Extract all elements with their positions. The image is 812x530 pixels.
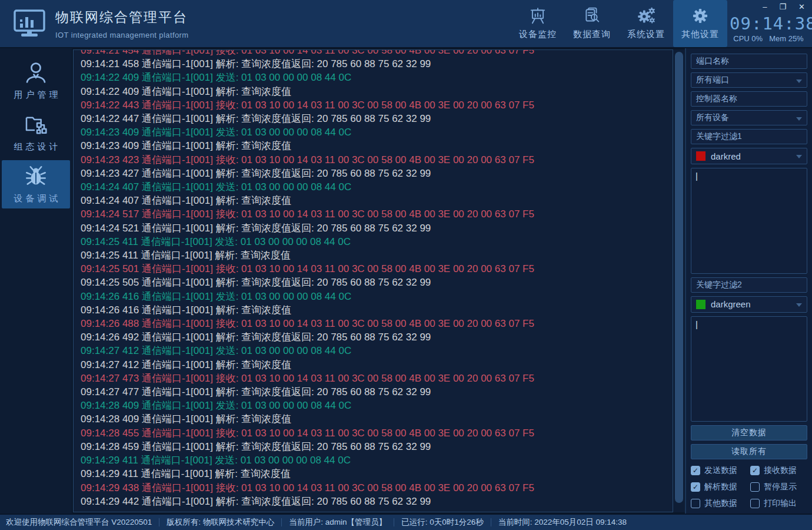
keyword1-textarea[interactable]: | xyxy=(691,168,807,274)
log-entry: 09:14:26 416 通信端口-1[001] 解析: 查询浓度值 xyxy=(81,303,673,317)
log-entry: 09:14:29 442 通信端口-1[001] 解析: 查询浓度值返回: 20… xyxy=(81,495,673,508)
system-stats: CPU 0% Mem 25% xyxy=(730,34,807,43)
checkbox-label: 暂停显示 xyxy=(764,482,797,492)
log-entry: 09:14:22 443 通信端口-1[001] 接收: 01 03 10 00… xyxy=(81,98,673,112)
log-entry: 09:14:23 427 通信端口-1[001] 解析: 查询浓度值返回: 20… xyxy=(81,167,673,180)
log-entry: 09:14:24 521 通信端口-1[001] 解析: 查询浓度值返回: 20… xyxy=(81,221,673,235)
nav-label: 其他设置 xyxy=(681,29,719,40)
keyword2-textarea[interactable]: | xyxy=(691,316,807,422)
chevron-down-icon xyxy=(796,303,802,307)
log-entry: 09:14:26 492 通信端口-1[001] 解析: 查询浓度值返回: 20… xyxy=(81,330,673,344)
bug-icon xyxy=(24,164,48,188)
log-entry: 09:14:25 501 通信端口-1[001] 接收: 01 03 10 00… xyxy=(81,262,673,276)
keyword2-color-select[interactable]: darkgreen xyxy=(691,296,807,313)
log-list: 09:14:21 454 通信端口-1[001] 接收: 01 03 10 00… xyxy=(74,49,673,508)
divider xyxy=(281,518,282,526)
divider xyxy=(159,518,159,526)
checkbox-label: 打印输出 xyxy=(764,498,797,509)
filter-checkbox[interactable]: ✓ 接收数据 xyxy=(750,465,807,476)
keyword1-color-name: darkred xyxy=(711,151,741,161)
checkbox-label: 发送数据 xyxy=(704,465,737,476)
log-entry: 09:14:22 447 通信端口-1[001] 解析: 查询浓度值返回: 20… xyxy=(81,112,673,125)
checkbox-box[interactable]: ✓ xyxy=(691,499,700,508)
log-entry: 09:14:26 488 通信端口-1[001] 接收: 01 03 10 00… xyxy=(81,317,673,330)
log-entry: 09:14:25 505 通信端口-1[001] 解析: 查询浓度值返回: 20… xyxy=(81,276,673,289)
filter-checkbox[interactable]: ✓ 发送数据 xyxy=(691,465,748,476)
keyword1-color-select[interactable]: darkred xyxy=(691,148,807,164)
close-icon[interactable]: ✕ xyxy=(798,3,805,11)
digital-clock: 09:14:38 xyxy=(730,14,807,34)
header: 物联网综合管理平台 IOT integrated management plat… xyxy=(0,0,812,48)
status-bar: 欢迎使用物联网综合管理平台 V20220501 版权所有: 物联网技术研究中心 … xyxy=(0,514,812,530)
status-copyright: 版权所有: 物联网技术研究中心 xyxy=(167,517,274,528)
check-icon: ✓ xyxy=(693,483,698,491)
gears-icon xyxy=(637,7,655,25)
monitor-board-icon xyxy=(529,7,547,25)
sidebar-item-label: 组态设计 xyxy=(11,141,61,153)
port-select-value: 所有端口 xyxy=(696,75,729,85)
sidebar-item-user-management[interactable]: 用户管理 xyxy=(2,57,70,105)
keyword2-color-swatch xyxy=(696,300,705,309)
filter-checkbox[interactable]: ✓ 解析数据 xyxy=(691,482,748,492)
log-entry: 09:14:29 411 通信端口-1[001] 发送: 01 03 00 00… xyxy=(81,453,673,467)
nav-item-device-monitor[interactable]: 设备监控 xyxy=(511,0,565,47)
log-entry: 09:14:28 459 通信端口-1[001] 解析: 查询浓度值返回: 20… xyxy=(81,440,673,453)
log-entry: 09:14:24 407 通信端口-1[001] 解析: 查询浓度值 xyxy=(81,194,673,207)
nav-label: 数据查询 xyxy=(573,29,611,40)
log-entry: 09:14:21 458 通信端口-1[001] 解析: 查询浓度值返回: 20… xyxy=(81,57,673,71)
checkbox-label: 其他数据 xyxy=(704,498,737,509)
log-panel[interactable]: 09:14:21 454 通信端口-1[001] 接收: 01 03 10 00… xyxy=(73,49,673,512)
sidebar-item-config-design[interactable]: 组态设计 xyxy=(2,108,70,157)
log-scrollbar[interactable] xyxy=(673,49,685,512)
log-entry: 09:14:21 454 通信端口-1[001] 接收: 01 03 10 00… xyxy=(81,49,673,57)
device-select[interactable]: 所有设备 xyxy=(691,110,807,125)
log-entry: 09:14:28 409 通信端口-1[001] 解析: 查询浓度值 xyxy=(81,412,673,426)
gear-icon xyxy=(691,7,709,25)
app-logo-icon xyxy=(13,9,46,38)
log-entry: 09:14:24 407 通信端口-1[001] 发送: 01 03 00 00… xyxy=(81,180,673,194)
read-all-button[interactable]: 读取所有 xyxy=(691,444,807,459)
minimize-icon[interactable]: – xyxy=(763,3,767,11)
nav-item-other-settings[interactable]: 其他设置 xyxy=(673,0,727,47)
status-welcome: 欢迎使用物联网综合管理平台 V20220501 xyxy=(6,517,152,528)
sidebar-item-label: 设备调试 xyxy=(11,193,61,204)
filter-checkbox[interactable]: ✓ 打印输出 xyxy=(750,498,807,509)
mem-usage: Mem 25% xyxy=(769,34,804,43)
checkbox-box[interactable]: ✓ xyxy=(691,482,700,492)
log-entry: 09:14:29 411 通信端口-1[001] 解析: 查询浓度值 xyxy=(81,467,673,481)
scrollbar-thumb[interactable] xyxy=(675,52,683,503)
clear-data-button[interactable]: 清空数据 xyxy=(691,425,807,440)
log-entry: 09:14:23 409 通信端口-1[001] 发送: 01 03 00 00… xyxy=(81,125,673,139)
log-entry: 09:14:25 411 通信端口-1[001] 发送: 01 03 00 00… xyxy=(81,235,673,249)
filter-checkbox[interactable]: ✓ 其他数据 xyxy=(691,498,748,509)
check-icon: ✓ xyxy=(693,467,698,474)
keyword1-color-swatch xyxy=(696,151,705,161)
app-window: 物联网综合管理平台 IOT integrated management plat… xyxy=(0,0,812,530)
checkbox-box[interactable]: ✓ xyxy=(750,466,760,475)
filter-checkbox[interactable]: ✓ 暂停显示 xyxy=(750,482,807,492)
user-icon xyxy=(24,61,48,84)
chevron-down-icon xyxy=(796,155,802,158)
log-entry: 09:14:27 412 通信端口-1[001] 解析: 查询浓度值 xyxy=(81,358,673,372)
nav-item-system-settings[interactable]: 系统设置 xyxy=(619,0,673,47)
sidebar-item-device-debug[interactable]: 设备调试 xyxy=(2,160,70,208)
checkbox-box[interactable]: ✓ xyxy=(691,466,700,475)
device-select-value: 所有设备 xyxy=(696,112,729,123)
clock-block: – ❐ ✕ 09:14:38 CPU 0% Mem 25% xyxy=(730,0,807,47)
nav-item-data-query[interactable]: 数据查询 xyxy=(565,0,619,47)
log-entry: 09:14:23 423 通信端口-1[001] 接收: 01 03 10 00… xyxy=(81,153,673,167)
port-select[interactable]: 所有端口 xyxy=(691,72,807,88)
log-entry: 09:14:23 409 通信端口-1[001] 解析: 查询浓度值 xyxy=(81,139,673,153)
keyword-filter1-label: 关键字过滤1 xyxy=(691,129,807,144)
app-title: 物联网综合管理平台 xyxy=(55,8,189,26)
checkbox-box[interactable]: ✓ xyxy=(750,499,760,508)
maximize-icon[interactable]: ❐ xyxy=(779,3,786,11)
divider xyxy=(394,518,394,526)
checkbox-box[interactable]: ✓ xyxy=(750,482,760,492)
filter-panel: 端口名称 所有端口 控制器名称 所有设备 关键字过滤1 darkred | 关键… xyxy=(685,48,812,514)
log-entry: 09:14:24 517 通信端口-1[001] 接收: 01 03 10 00… xyxy=(81,207,673,221)
data-type-checkbox-group: ✓ 发送数据 ✓ 接收数据 ✓ 解析数据 ✓ 暂停显示 ✓ 其他数据 xyxy=(691,463,807,510)
data-query-icon xyxy=(583,7,601,25)
port-name-label: 端口名称 xyxy=(691,54,807,69)
status-current-time: 当前时间: 2022年05月02日 09:14:38 xyxy=(498,517,627,528)
